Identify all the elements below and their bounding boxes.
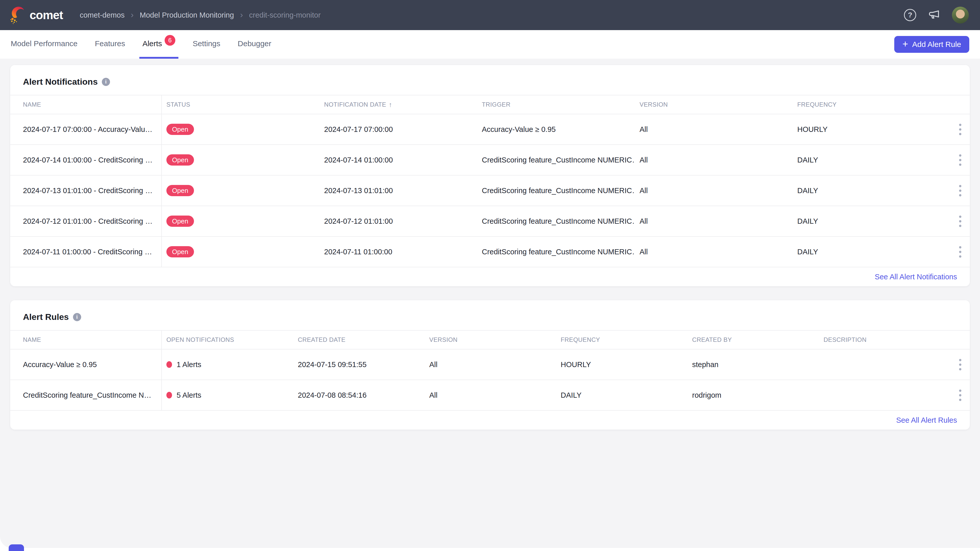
rules-footer: See All Alert Rules: [10, 411, 970, 430]
notification-status: Open: [162, 124, 320, 135]
column-header-version[interactable]: VERSION: [635, 101, 793, 108]
tab-label: Alerts: [142, 39, 162, 48]
tab-label: Debugger: [238, 39, 271, 48]
notification-trigger: CreditScoring feature_CustIncome NUMERIC…: [477, 186, 635, 195]
add-alert-rule-label: Add Alert Rule: [912, 40, 961, 49]
chat-launcher[interactable]: [9, 545, 24, 551]
column-header-version[interactable]: VERSION: [425, 336, 556, 343]
rule-row[interactable]: Accuracy-Value ≥ 0.95 1 Alerts 2024-07-1…: [10, 349, 970, 380]
notification-name: 2024-07-11 01:00:00 - CreditScoring …: [10, 237, 162, 267]
help-icon[interactable]: ?: [904, 9, 916, 21]
rule-row[interactable]: CreditScoring feature_CustIncome N… 5 Al…: [10, 380, 970, 411]
user-avatar[interactable]: [952, 6, 969, 24]
rule-created-by: rodrigom: [687, 391, 819, 400]
info-icon[interactable]: i: [102, 78, 110, 86]
status-badge: Open: [166, 246, 194, 258]
tab-label: Features: [95, 39, 125, 48]
rules-table-header: NAME OPEN NOTIFICATIONS CREATED DATE VER…: [10, 330, 970, 349]
notification-version: All: [635, 217, 793, 225]
column-header-frequency[interactable]: FREQUENCY: [793, 101, 950, 108]
tab-debugger[interactable]: Debugger: [234, 30, 274, 59]
tab-model-performance[interactable]: Model Performance: [8, 30, 81, 59]
row-menu-kebab-icon[interactable]: [950, 380, 970, 410]
announcements-megaphone-icon[interactable]: [928, 8, 941, 22]
notification-trigger: CreditScoring feature_CustIncome NUMERIC…: [477, 248, 635, 256]
alert-rules-header: Alert Rules i: [10, 300, 970, 330]
notification-row[interactable]: 2024-07-12 01:01:00 - CreditScoring … Op…: [10, 206, 970, 237]
rule-frequency: HOURLY: [556, 360, 687, 369]
rule-created-date: 2024-07-15 09:51:55: [293, 360, 425, 369]
see-all-alert-rules-link[interactable]: See All Alert Rules: [896, 416, 957, 424]
row-menu-kebab-icon[interactable]: [950, 237, 970, 267]
column-header-frequency[interactable]: FREQUENCY: [556, 336, 687, 343]
tab-strip: Model Performance Features Alerts 6 Sett…: [0, 30, 980, 59]
breadcrumb: comet-demos › Model Production Monitorin…: [80, 11, 321, 19]
notification-frequency: DAILY: [793, 186, 950, 195]
status-badge: Open: [166, 185, 194, 197]
rule-open-notifications: 5 Alerts: [162, 391, 293, 400]
notification-version: All: [635, 248, 793, 256]
column-header-created-by[interactable]: CREATED BY: [687, 336, 819, 343]
notification-date: 2024-07-11 01:00:00: [320, 248, 477, 256]
notification-trigger: CreditScoring feature_CustIncome NUMERIC…: [477, 156, 635, 164]
notification-status: Open: [162, 154, 320, 166]
notification-version: All: [635, 125, 793, 134]
status-badge: Open: [166, 216, 194, 227]
alert-notifications-title: Alert Notifications: [23, 77, 98, 87]
rule-open-notifications: 1 Alerts: [162, 360, 293, 369]
plus-icon: +: [902, 39, 908, 49]
row-menu-kebab-icon[interactable]: [950, 206, 970, 236]
main-content: Alert Notifications i NAME STATUS NOTIFI…: [0, 59, 980, 548]
column-header-name[interactable]: NAME: [10, 95, 162, 114]
tab-settings[interactable]: Settings: [189, 30, 223, 59]
row-menu-kebab-icon[interactable]: [950, 176, 970, 206]
column-header-notification-date[interactable]: NOTIFICATION DATE ↑: [320, 101, 477, 109]
notification-row[interactable]: 2024-07-11 01:00:00 - CreditScoring … Op…: [10, 237, 970, 267]
notification-row[interactable]: 2024-07-17 07:00:00 - Accuracy-Valu… Ope…: [10, 114, 970, 145]
notification-row[interactable]: 2024-07-13 01:01:00 - CreditScoring … Op…: [10, 176, 970, 206]
status-badge: Open: [166, 124, 194, 135]
see-all-alert-notifications-link[interactable]: See All Alert Notifications: [875, 273, 957, 281]
tab-label: Settings: [192, 39, 220, 48]
notification-frequency: DAILY: [793, 156, 950, 164]
rule-created-date: 2024-07-08 08:54:16: [293, 391, 425, 400]
topbar: comet comet-demos › Model Production Mon…: [0, 0, 980, 30]
breadcrumb-separator-icon: ›: [130, 10, 134, 19]
breadcrumb-workspace[interactable]: comet-demos: [80, 11, 124, 19]
row-menu-kebab-icon[interactable]: [950, 349, 970, 380]
notification-frequency: DAILY: [793, 217, 950, 225]
rule-version: All: [425, 360, 556, 369]
breadcrumb-separator-icon: ›: [240, 10, 243, 19]
notification-status: Open: [162, 246, 320, 258]
notifications-table-header: NAME STATUS NOTIFICATION DATE ↑ TRIGGER …: [10, 95, 970, 114]
tab-label: Model Performance: [11, 39, 78, 48]
tab-features[interactable]: Features: [92, 30, 128, 59]
notification-row[interactable]: 2024-07-14 01:00:00 - CreditScoring … Op…: [10, 145, 970, 176]
notification-trigger: CreditScoring feature_CustIncome NUMERIC…: [477, 217, 635, 225]
notification-trigger: Accuracy-Value ≥ 0.95: [477, 125, 635, 134]
column-header-description[interactable]: DESCRIPTION: [819, 336, 950, 343]
alert-rules-card: Alert Rules i NAME OPEN NOTIFICATIONS CR…: [10, 300, 970, 430]
tab-alerts[interactable]: Alerts 6: [139, 30, 178, 59]
rule-name: Accuracy-Value ≥ 0.95: [10, 349, 162, 380]
column-header-created-date[interactable]: CREATED DATE: [293, 336, 425, 343]
column-header-open-notifications[interactable]: OPEN NOTIFICATIONS: [162, 336, 293, 343]
rule-frequency: DAILY: [556, 391, 687, 400]
column-header-name[interactable]: NAME: [10, 330, 162, 349]
column-header-status[interactable]: STATUS: [162, 101, 320, 108]
breadcrumb-project[interactable]: Model Production Monitoring: [140, 11, 234, 19]
comet-logo[interactable]: comet: [9, 6, 63, 24]
open-alerts-count: 1 Alerts: [177, 360, 201, 369]
sort-ascending-icon: ↑: [389, 101, 392, 109]
notification-frequency: HOURLY: [793, 125, 950, 134]
logo-wordmark: comet: [30, 8, 63, 22]
notification-date: 2024-07-17 07:00:00: [320, 125, 477, 134]
row-menu-kebab-icon[interactable]: [950, 114, 970, 144]
add-alert-rule-button[interactable]: + Add Alert Rule: [894, 36, 969, 53]
info-icon[interactable]: i: [73, 313, 81, 321]
notification-version: All: [635, 186, 793, 195]
row-menu-kebab-icon[interactable]: [950, 145, 970, 175]
column-header-trigger[interactable]: TRIGGER: [477, 101, 635, 108]
rule-created-by: stephan: [687, 360, 819, 369]
status-badge: Open: [166, 154, 194, 166]
